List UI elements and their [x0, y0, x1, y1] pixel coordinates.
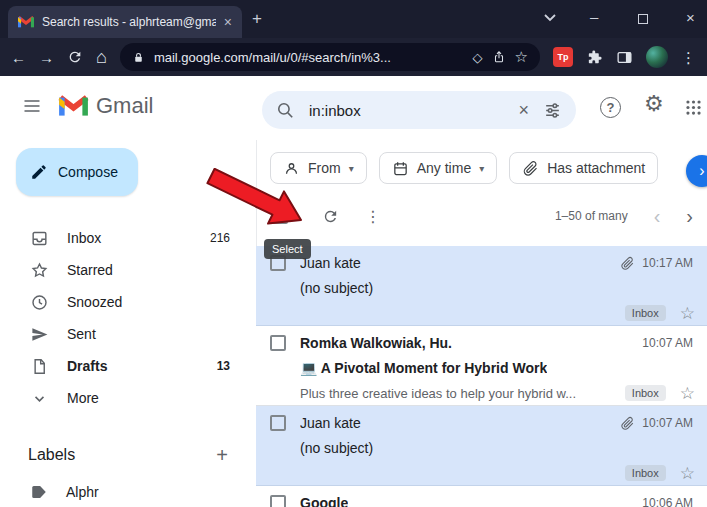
- sidebar-label-alphr[interactable]: Alphr: [0, 478, 248, 506]
- search-input[interactable]: in:inbox: [309, 102, 504, 119]
- paperclip-icon: [522, 160, 539, 177]
- extensions-puzzle-icon[interactable]: [586, 49, 603, 66]
- browser-tab[interactable]: Search results - alphrteam@gma ×: [8, 6, 242, 38]
- search-icon[interactable]: [276, 101, 295, 120]
- email-time: 10:07 AM: [642, 336, 693, 350]
- email-row[interactable]: Romka Walkowiak, Hu. 10:07 AM 💻 A Pivota…: [256, 326, 707, 406]
- profile-avatar[interactable]: [646, 46, 668, 68]
- sidebar-item-starred[interactable]: Starred: [0, 254, 248, 286]
- pagination-text: 1–50 of many: [555, 209, 628, 223]
- attachment-paperclip-icon: [620, 256, 635, 271]
- email-subject: 💻 A Pivotal Moment for Hybrid Work: [300, 360, 547, 376]
- forward-icon[interactable]: →: [39, 50, 54, 65]
- inbox-badge: Inbox: [625, 385, 666, 401]
- address-bar[interactable]: mail.google.com/mail/u/0/#search/in%3...…: [120, 43, 540, 71]
- home-icon[interactable]: ⌂: [96, 48, 107, 66]
- sidebar-count: 13: [217, 359, 230, 373]
- row-checkbox[interactable]: [270, 335, 286, 351]
- share-icon[interactable]: [492, 50, 506, 64]
- inbox-badge: Inbox: [625, 465, 666, 481]
- main-menu-icon[interactable]: [22, 96, 42, 116]
- sidebar-item-inbox[interactable]: Inbox 216: [0, 222, 248, 254]
- row-checkbox[interactable]: [270, 415, 286, 431]
- sidebar: Inbox 216 Starred Snoozed Sent Drafts 13…: [0, 222, 248, 414]
- sidebar-item-snoozed[interactable]: Snoozed: [0, 286, 248, 318]
- side-panel-icon[interactable]: [616, 49, 633, 66]
- sidebar-label: Sent: [67, 326, 96, 342]
- email-row[interactable]: Juan kate 10:17 AM (no subject) Inbox ☆: [256, 246, 707, 326]
- newer-page-icon[interactable]: ‹: [654, 206, 661, 226]
- compose-button[interactable]: Compose: [16, 148, 138, 196]
- select-tooltip: Select: [264, 239, 311, 259]
- back-icon[interactable]: ←: [11, 50, 26, 65]
- maximize-button[interactable]: [638, 14, 648, 24]
- search-bar[interactable]: in:inbox ×: [262, 91, 576, 129]
- email-subject: (no subject): [300, 280, 373, 296]
- email-snippet: Plus three creative ideas to help your h…: [300, 386, 611, 401]
- tab-close-icon[interactable]: ×: [224, 15, 232, 29]
- window-close-button[interactable]: ×: [686, 9, 695, 26]
- extension-tp-icon[interactable]: Tp: [553, 47, 573, 67]
- sidebar-label: Drafts: [67, 358, 107, 374]
- labels-title: Labels: [28, 446, 75, 464]
- tab-title: Search results - alphrteam@gma: [42, 15, 216, 29]
- list-toolbar: ▾ ⋮ 1–50 of many ‹ ›: [256, 198, 707, 234]
- more-options-icon[interactable]: ⋮: [365, 207, 381, 226]
- email-time: 10:06 AM: [642, 496, 693, 507]
- diamond-icon[interactable]: ◇: [473, 50, 483, 65]
- chevron-down-icon: ▾: [349, 163, 354, 174]
- google-apps-grid-icon[interactable]: [684, 98, 703, 117]
- row-checkbox[interactable]: [270, 495, 286, 507]
- sidebar-label: More: [67, 390, 99, 406]
- settings-gear-icon[interactable]: ⚙: [644, 93, 664, 115]
- clear-search-icon[interactable]: ×: [518, 101, 529, 119]
- red-annotation-arrow: [203, 168, 307, 226]
- filter-chip-has-attachment[interactable]: Has attachment: [509, 152, 658, 184]
- search-options-icon[interactable]: [543, 101, 562, 120]
- search-filter-chips: From ▾ Any time ▾ Has attachment: [270, 152, 658, 184]
- calendar-icon: [392, 160, 409, 177]
- inbox-badge: Inbox: [625, 305, 666, 321]
- email-subject: (no subject): [300, 440, 373, 456]
- star-toggle-icon[interactable]: ☆: [680, 385, 695, 402]
- sidebar-item-drafts[interactable]: Drafts 13: [0, 350, 248, 382]
- labels-header: Labels +: [0, 440, 248, 470]
- add-label-icon[interactable]: +: [216, 445, 228, 465]
- sidebar-item-sent[interactable]: Sent: [0, 318, 248, 350]
- chevron-down-icon: [30, 389, 49, 408]
- reload-icon[interactable]: [67, 49, 83, 65]
- star-toggle-icon[interactable]: ☆: [680, 465, 695, 482]
- gmail-logo[interactable]: Gmail: [58, 93, 153, 119]
- new-tab-button[interactable]: +: [252, 9, 262, 29]
- sidebar-label: Starred: [67, 262, 113, 278]
- url-text[interactable]: mail.google.com/mail/u/0/#search/in%3...: [154, 50, 464, 65]
- email-sender: Google: [300, 495, 348, 507]
- clock-icon: [30, 293, 49, 312]
- bookmark-star-icon[interactable]: ☆: [515, 48, 528, 66]
- browser-menu-icon[interactable]: ⋮: [681, 50, 696, 65]
- filter-chip-any-time[interactable]: Any time ▾: [379, 152, 498, 184]
- tab-search-icon[interactable]: [544, 14, 556, 22]
- sidebar-label: Snoozed: [67, 294, 122, 310]
- attachment-paperclip-icon: [620, 416, 635, 431]
- older-page-icon[interactable]: ›: [686, 206, 693, 226]
- email-row[interactable]: Google 10:06 AM: [256, 486, 707, 507]
- pencil-icon: [30, 163, 48, 181]
- email-row[interactable]: Juan kate 10:07 AM (no subject) Inbox ☆: [256, 406, 707, 486]
- star-toggle-icon[interactable]: ☆: [680, 305, 695, 322]
- send-icon: [30, 325, 49, 344]
- label-name: Alphr: [66, 484, 99, 500]
- minimize-button[interactable]: –: [590, 8, 598, 25]
- help-icon[interactable]: ?: [600, 97, 621, 118]
- chip-label: Has attachment: [547, 160, 645, 176]
- email-sender: Romka Walkowiak, Hu.: [300, 335, 452, 351]
- sidebar-item-more[interactable]: More: [0, 382, 248, 414]
- chevron-down-icon: ▾: [479, 163, 484, 174]
- sidebar-label: Inbox: [67, 230, 101, 246]
- refresh-icon[interactable]: [322, 208, 339, 225]
- gmail-logo-text: Gmail: [96, 93, 153, 119]
- draft-icon: [30, 357, 49, 376]
- gmail-favicon-icon: [18, 15, 34, 29]
- sidebar-count: 216: [210, 231, 230, 245]
- chips-scroll-right-button[interactable]: ›: [686, 155, 707, 187]
